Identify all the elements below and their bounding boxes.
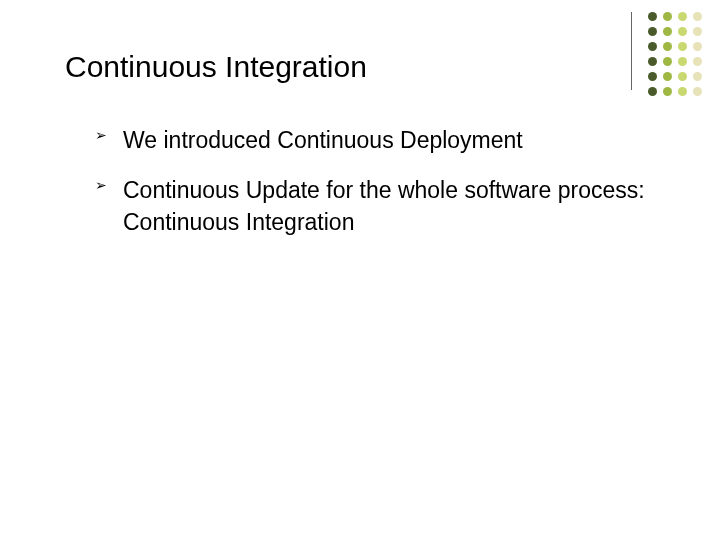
decoration-dot — [648, 57, 657, 66]
decoration-dot — [678, 12, 687, 21]
decoration-dots-col — [678, 12, 687, 96]
decoration-dot — [693, 27, 702, 36]
decoration-dots-col — [648, 12, 657, 96]
bullet-list: We introduced Continuous Deployment Cont… — [65, 124, 660, 239]
decoration-dot — [648, 27, 657, 36]
decoration-dot — [663, 87, 672, 96]
decoration-dot — [693, 72, 702, 81]
decoration-dot — [663, 12, 672, 21]
decoration-dot — [663, 72, 672, 81]
decoration-dot — [678, 57, 687, 66]
decoration-dot — [663, 27, 672, 36]
bullet-item: Continuous Update for the whole software… — [95, 174, 660, 238]
bullet-item: We introduced Continuous Deployment — [95, 124, 660, 156]
decoration-dot — [678, 42, 687, 51]
decoration-dots-col — [663, 12, 672, 96]
slide-title: Continuous Integration — [65, 50, 660, 84]
decoration-line — [631, 12, 632, 90]
decoration-dot — [678, 27, 687, 36]
decoration-dot — [678, 87, 687, 96]
decoration-dot — [678, 72, 687, 81]
decoration-dot — [663, 42, 672, 51]
decoration-dot — [648, 42, 657, 51]
decoration-dot — [693, 42, 702, 51]
decoration-dot — [648, 12, 657, 21]
decoration-dot — [663, 57, 672, 66]
decoration-dot — [693, 57, 702, 66]
decoration-dot — [693, 12, 702, 21]
decoration-dot — [693, 87, 702, 96]
slide-content: Continuous Integration We introduced Con… — [0, 0, 720, 297]
corner-decoration — [631, 12, 702, 96]
decoration-dot — [648, 72, 657, 81]
decoration-dot — [648, 87, 657, 96]
decoration-dots-col — [693, 12, 702, 96]
